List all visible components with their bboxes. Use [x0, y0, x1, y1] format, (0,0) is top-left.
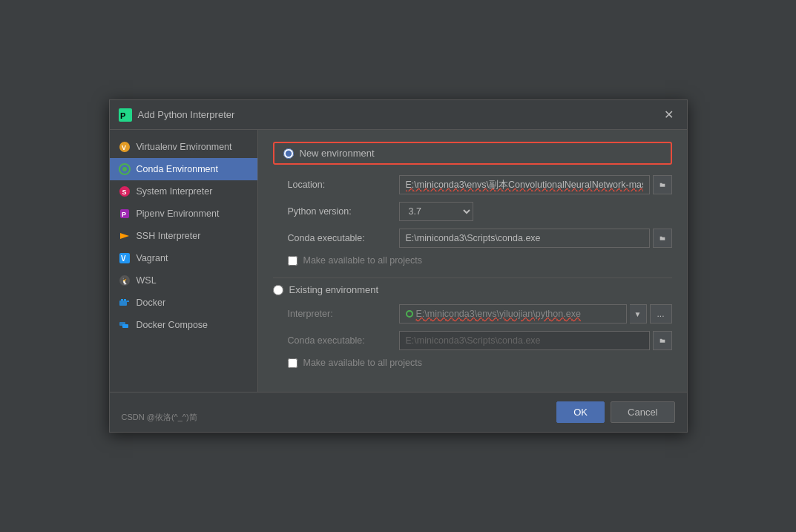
- sidebar-item-vagrant[interactable]: V Vagrant: [110, 247, 257, 269]
- new-make-available-row: Make available to all projects: [273, 255, 672, 266]
- location-browse-button[interactable]: [653, 175, 672, 194]
- interpreter-inner: E:\miniconda3\envs\yiluojian\python.exe: [399, 304, 627, 324]
- app-icon: P: [119, 108, 132, 122]
- existing-env-label: Existing environment: [289, 284, 379, 295]
- location-input-wrap: [399, 175, 672, 194]
- svg-text:S: S: [122, 188, 126, 196]
- docker-icon: [119, 297, 131, 309]
- wsl-icon: 🐧: [119, 275, 131, 286]
- location-row: Location:: [273, 175, 672, 194]
- sidebar-label-conda: Conda Environment: [136, 164, 218, 174]
- new-env-radio-row: New environment: [273, 142, 672, 165]
- svg-rect-17: [124, 299, 126, 301]
- svg-marker-10: [120, 233, 129, 239]
- existing-make-available-label: Make available to all projects: [303, 358, 423, 368]
- close-button[interactable]: ✕: [660, 106, 678, 123]
- sidebar-item-virtualenv[interactable]: V Virtualenv Environment: [110, 136, 257, 158]
- folder-icon: [660, 180, 665, 189]
- new-environment-section: New environment Location:: [273, 142, 672, 266]
- conda-exe-input[interactable]: [399, 229, 650, 248]
- existing-environment-section: Existing environment Interpreter: E:\min…: [273, 284, 672, 368]
- footer: CSDN @依洛(^_^)简 OK Cancel: [110, 392, 687, 432]
- ssh-icon: [119, 230, 131, 242]
- folder-icon-2: [660, 234, 665, 243]
- existing-conda-exe-label: Conda executable:: [288, 335, 399, 346]
- existing-make-available-row: Make available to all projects: [273, 358, 672, 368]
- dialog-title: Add Python Interpreter: [138, 109, 235, 120]
- svg-text:P: P: [120, 111, 125, 120]
- sidebar-item-conda[interactable]: Conda Environment: [110, 158, 257, 180]
- svg-rect-20: [122, 324, 128, 328]
- existing-conda-exe-row: Conda executable:: [273, 331, 672, 350]
- location-input[interactable]: [399, 175, 650, 194]
- new-make-available-label: Make available to all projects: [303, 255, 423, 266]
- separator: [273, 278, 672, 278]
- sidebar-item-ssh[interactable]: SSH Interpreter: [110, 225, 257, 247]
- new-env-radio[interactable]: [283, 148, 294, 159]
- svg-text:🐧: 🐧: [121, 277, 130, 286]
- interpreter-input-wrap: E:\miniconda3\envs\yiluojian\python.exe …: [399, 304, 672, 324]
- sidebar-label-dockercompose: Docker Compose: [136, 320, 208, 330]
- existing-make-available-checkbox[interactable]: [288, 358, 297, 368]
- sidebar-label-pipenv: Pipenv Environment: [136, 208, 220, 219]
- python-version-row: Python version: 3.7 3.8 3.9 3.10: [273, 202, 672, 221]
- title-bar: P Add Python Interpreter ✕: [110, 100, 687, 130]
- sidebar: V Virtualenv Environment Conda Environme…: [110, 130, 258, 392]
- sidebar-label-virtualenv: Virtualenv Environment: [136, 142, 232, 152]
- conda-exe-wrap: [399, 229, 672, 248]
- new-environment-radio-box[interactable]: New environment: [273, 142, 672, 165]
- dialog-content: V Virtualenv Environment Conda Environme…: [110, 130, 687, 392]
- watermark: CSDN @依洛(^_^)简: [122, 412, 197, 423]
- add-interpreter-dialog: P Add Python Interpreter ✕ V Virtualenv …: [109, 99, 688, 433]
- conda-exe-label: Conda executable:: [288, 233, 399, 243]
- virtualenv-icon: V: [119, 141, 131, 153]
- interpreter-value: E:\miniconda3\envs\yiluojian\python.exe: [416, 309, 620, 319]
- interpreter-dots-button[interactable]: ...: [650, 304, 672, 324]
- sidebar-label-vagrant: Vagrant: [136, 253, 168, 263]
- title-bar-left: P Add Python Interpreter: [119, 108, 235, 122]
- svg-rect-16: [121, 299, 123, 301]
- dockercompose-icon: [119, 319, 131, 331]
- main-panel: New environment Location:: [258, 130, 687, 392]
- sidebar-item-wsl[interactable]: 🐧 WSL: [110, 269, 257, 292]
- python-version-label: Python version:: [288, 206, 399, 217]
- svg-text:P: P: [122, 211, 126, 218]
- conda-icon: [119, 163, 131, 175]
- sidebar-item-system[interactable]: S System Interpreter: [110, 180, 257, 203]
- conda-exe-row: Conda executable:: [273, 229, 672, 248]
- vagrant-icon: V: [119, 252, 131, 264]
- existing-conda-exe-input[interactable]: [399, 331, 650, 350]
- svg-text:V: V: [122, 144, 126, 151]
- interpreter-status-dot: [406, 310, 413, 318]
- sidebar-label-docker: Docker: [136, 298, 166, 308]
- cancel-button[interactable]: Cancel: [611, 401, 674, 423]
- sidebar-item-docker[interactable]: Docker: [110, 292, 257, 314]
- existing-conda-browse-button[interactable]: [653, 331, 672, 350]
- existing-env-radio[interactable]: [273, 285, 283, 295]
- svg-rect-15: [119, 301, 127, 306]
- svg-point-5: [122, 167, 127, 171]
- svg-text:V: V: [121, 254, 126, 263]
- new-env-label: New environment: [300, 148, 375, 159]
- python-version-wrap: 3.7 3.8 3.9 3.10: [399, 202, 672, 221]
- sidebar-item-pipenv[interactable]: P Pipenv Environment: [110, 203, 257, 225]
- existing-conda-exe-wrap: [399, 331, 672, 350]
- sidebar-label-system: System Interpreter: [136, 186, 213, 197]
- ok-button[interactable]: OK: [556, 401, 605, 423]
- new-make-available-checkbox[interactable]: [288, 256, 297, 266]
- sidebar-item-dockercompose[interactable]: Docker Compose: [110, 314, 257, 336]
- pipenv-icon: P: [119, 208, 131, 220]
- interpreter-dropdown-button[interactable]: ▼: [630, 304, 647, 324]
- sidebar-label-wsl: WSL: [136, 275, 157, 286]
- interpreter-row: Interpreter: E:\miniconda3\envs\yiluojia…: [273, 304, 672, 324]
- existing-env-radio-row: Existing environment: [273, 284, 672, 295]
- location-label: Location:: [288, 180, 399, 190]
- sidebar-label-ssh: SSH Interpreter: [136, 231, 201, 241]
- svg-rect-18: [127, 301, 129, 302]
- interpreter-label: Interpreter:: [288, 309, 399, 319]
- python-version-select[interactable]: 3.7 3.8 3.9 3.10: [399, 202, 473, 221]
- conda-exe-browse-button[interactable]: [653, 229, 672, 248]
- watermark-area: CSDN @依洛(^_^)简: [122, 401, 551, 423]
- system-icon: S: [119, 185, 131, 197]
- folder-icon-3: [660, 336, 665, 345]
